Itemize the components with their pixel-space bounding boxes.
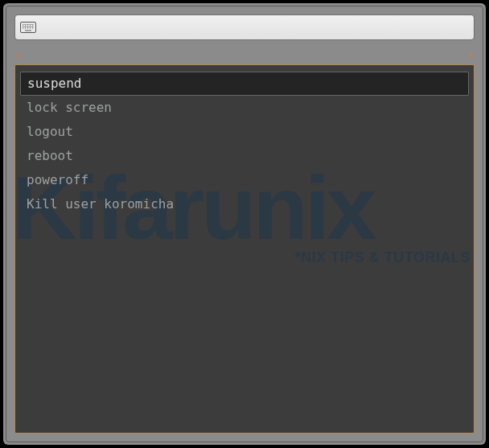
watermark-subtitle: *NIX TIPS & TUTORIALS (14, 249, 471, 266)
arrow-right-icon[interactable]: › (466, 49, 475, 62)
launcher-window: ‹ › Kifarunix *NIX TIPS & TUTORIALS susp… (3, 3, 486, 445)
menu-item-reboot[interactable]: reboot (20, 144, 469, 168)
search-input[interactable] (36, 21, 469, 34)
menu-item-lock-screen[interactable]: lock screen (20, 96, 469, 120)
power-menu-dropdown: Kifarunix *NIX TIPS & TUTORIALS suspend … (14, 64, 475, 434)
menu-item-logout[interactable]: logout (20, 120, 469, 144)
nav-arrows: ‹ › (14, 48, 475, 63)
keyboard-icon (20, 22, 36, 33)
menu-item-suspend[interactable]: suspend (20, 72, 469, 96)
arrow-left-icon[interactable]: ‹ (14, 49, 23, 62)
menu-item-kill-user[interactable]: Kill user koromicha (20, 192, 469, 216)
search-bar[interactable] (14, 14, 475, 40)
menu-item-poweroff[interactable]: poweroff (20, 168, 469, 192)
